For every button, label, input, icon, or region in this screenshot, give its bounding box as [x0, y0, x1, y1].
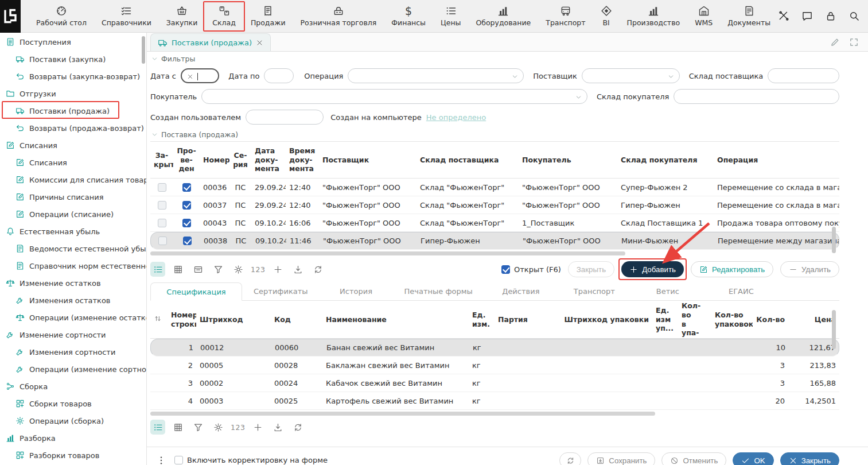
scrollbar-thumb[interactable]: [150, 251, 625, 255]
table-row[interactable]: 3 00002 00024 Кабачок свежий вес Витамин…: [150, 374, 839, 392]
buyer-warehouse-input[interactable]: [674, 89, 839, 104]
module-purchases[interactable]: Закупки: [159, 0, 205, 33]
sidebar-item-writeoffs[interactable]: Списания: [0, 137, 146, 154]
sidebar-scrollbar[interactable]: [142, 36, 145, 64]
number-format-button[interactable]: 123: [251, 265, 265, 274]
sidebar-item-supply-sale[interactable]: Поставки (продажа): [0, 102, 146, 119]
posted-checkbox[interactable]: [182, 201, 191, 210]
table-row[interactable]: 1 00012 00060 Банан свежий вес Витамин к…: [150, 339, 839, 356]
sidebar-item-assemblies[interactable]: Сборки товаров: [0, 395, 146, 412]
module-retail[interactable]: Розничная торговля: [293, 0, 384, 33]
sidebar-item-natural-loss[interactable]: Естественная убыль: [0, 223, 146, 240]
tab-egais[interactable]: ЕГАИС: [704, 282, 778, 300]
refresh-button[interactable]: [290, 420, 305, 435]
tab-close-icon[interactable]: [256, 39, 263, 46]
grid-view-button[interactable]: [170, 262, 185, 277]
lock-icon[interactable]: [825, 10, 836, 22]
posted-checkbox[interactable]: [183, 237, 192, 245]
sidebar-item-assembly[interactable]: Сборка: [0, 378, 146, 395]
column-header-unit[interactable]: Ед. изм.: [469, 311, 495, 328]
module-wms[interactable]: WMS: [687, 0, 720, 33]
sidebar-item-writeoffs-list[interactable]: Списания: [0, 154, 146, 171]
sidebar-item-stock-change[interactable]: Изменение остатков: [0, 274, 146, 292]
column-header-qty[interactable]: Кол-во: [753, 315, 788, 324]
module-equipment[interactable]: Оборудование: [468, 0, 538, 33]
table-row[interactable]: 00038 ПС 09.10.24 11:46 "ФьюженТорг" ООО…: [150, 232, 839, 250]
export-button[interactable]: [270, 420, 285, 435]
sidebar-item-receipts[interactable]: Поступления: [0, 33, 146, 51]
table-row[interactable]: 2 00005 00028 Баклажан свежий вес Витами…: [150, 356, 839, 374]
clear-icon[interactable]: [187, 73, 193, 80]
filters-section-toggle[interactable]: Фильтры: [150, 52, 839, 65]
module-production[interactable]: Производство: [620, 0, 688, 33]
specification-table-vscroll-thumb[interactable]: [832, 310, 836, 349]
sidebar-item-grade-changes[interactable]: Изменения сортности: [0, 343, 146, 361]
column-header-date[interactable]: Дата доку- мента: [251, 146, 286, 173]
column-header-batch[interactable]: Партия: [495, 315, 552, 324]
column-header-series[interactable]: Се- рия: [229, 151, 251, 169]
search-icon[interactable]: [848, 10, 860, 22]
sidebar-item-writeoff-reasons[interactable]: Причины списания: [0, 188, 146, 206]
column-header-code[interactable]: Код: [271, 315, 322, 324]
sidebar-item-supply-purchase[interactable]: Поставки (закупка): [0, 51, 146, 68]
chat-icon[interactable]: [801, 10, 813, 22]
created-on-computer-link[interactable]: Не определено: [426, 113, 486, 122]
tab-actions[interactable]: Действия: [484, 282, 558, 300]
more-menu-icon[interactable]: [156, 455, 166, 465]
module-warehouse[interactable]: Склад: [205, 0, 243, 33]
sidebar-item-disassemblies[interactable]: Разборки товаров: [0, 447, 146, 464]
operation-select[interactable]: [348, 68, 524, 83]
column-header-operation[interactable]: Операция: [714, 156, 839, 165]
adjustment-checkbox[interactable]: [174, 456, 183, 464]
edit-button[interactable]: Редактировать: [691, 261, 773, 277]
tab-vetis[interactable]: Ветис: [631, 282, 704, 300]
column-header-barcode[interactable]: Штрихкод: [196, 315, 271, 324]
sidebar-item-natural-loss-sheets[interactable]: Ведомости естественной убыли: [0, 240, 146, 257]
module-transport[interactable]: Транспорт: [538, 0, 593, 33]
sidebar-item-returns-purchase[interactable]: Возвраты (закупка-возврат): [0, 68, 146, 85]
sidebar-item-disassembly[interactable]: Разборка: [0, 429, 146, 447]
table-row[interactable]: 00036 ПС 29.09.24 12:40 "ФьюженТорг" ООО…: [150, 179, 839, 196]
column-header-time[interactable]: Время доку- мента: [286, 146, 319, 173]
date-to-input[interactable]: [264, 68, 294, 83]
sidebar-item-grade-change[interactable]: Изменение сортности: [0, 326, 146, 343]
tab-supply-sale[interactable]: Поставки (продажа): [150, 33, 271, 51]
column-header-supplier[interactable]: Поставщик: [319, 156, 417, 165]
scrollbar-thumb[interactable]: [150, 412, 655, 416]
module-prices[interactable]: Цены: [433, 0, 468, 33]
column-header-packs[interactable]: Кол-во упаковок: [711, 311, 753, 328]
column-header-supplier-warehouse[interactable]: Склад поставщика: [417, 156, 519, 165]
ok-button[interactable]: OK: [733, 452, 773, 465]
closed-checkbox[interactable]: [158, 201, 166, 210]
sidebar-item-writeoff-operations[interactable]: Операции (списание): [0, 206, 146, 223]
app-logo[interactable]: [0, 0, 21, 33]
tab-transport[interactable]: Транспорт: [558, 282, 631, 300]
tab-specification[interactable]: Спецификация: [150, 282, 242, 301]
supplier-select[interactable]: [582, 68, 680, 83]
column-header-closed[interactable]: За- крыт: [150, 151, 173, 169]
table-row[interactable]: 00043 ПС 09.10.24 16:06 "ФьюженТорг" ООО…: [150, 214, 839, 232]
open-checkbox[interactable]: [501, 265, 510, 274]
close-document-button[interactable]: Закрыть: [568, 261, 614, 277]
column-header-buyer[interactable]: Покупатель: [519, 156, 617, 165]
export-button[interactable]: [290, 262, 305, 277]
supply-table-vscroll-thumb[interactable]: [832, 227, 836, 253]
module-references[interactable]: Справочники: [94, 0, 159, 33]
date-from-input[interactable]: [181, 68, 219, 83]
table-row[interactable]: 4 00003 00025 Картофель свежий вес Витам…: [150, 392, 839, 410]
buyer-select[interactable]: [201, 89, 587, 104]
adjustment-toggle[interactable]: Включить корректировку на форме: [174, 456, 328, 464]
sidebar-item-stock-changes[interactable]: Изменения остатков: [0, 292, 146, 309]
cancel-button[interactable]: Отменить: [661, 452, 726, 465]
posted-checkbox[interactable]: [182, 183, 191, 192]
settings-button[interactable]: [211, 420, 225, 435]
column-header-posted[interactable]: Про- ве- ден: [173, 146, 200, 173]
tools-icon[interactable]: [778, 10, 789, 22]
module-bi[interactable]: BI: [593, 0, 620, 33]
posted-checkbox[interactable]: [182, 219, 191, 227]
master-section-toggle[interactable]: Поставка (продажа): [150, 127, 839, 141]
sidebar-item-returns-sale[interactable]: Возвраты (продажа-возврат): [0, 119, 146, 137]
delete-button[interactable]: Удалить: [780, 261, 839, 277]
fullscreen-icon[interactable]: [849, 37, 859, 47]
number-format-button[interactable]: 123: [231, 423, 245, 432]
